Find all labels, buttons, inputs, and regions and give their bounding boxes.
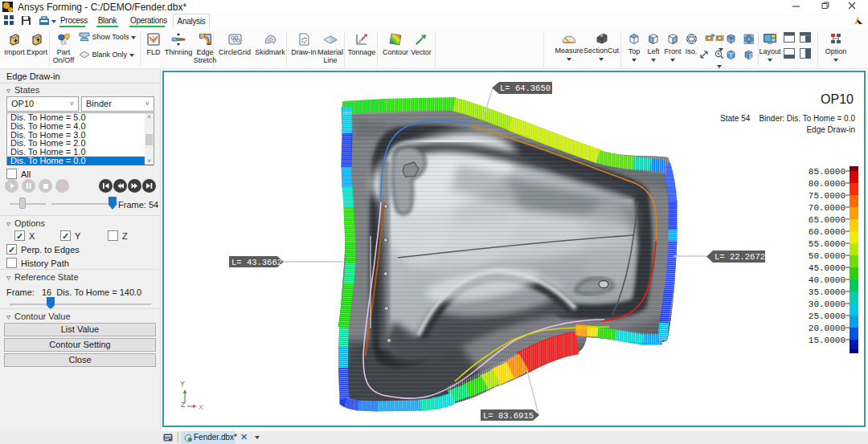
svg-text:55.0000: 55.0000 [809,239,845,249]
svg-text:L= 83.6915: L= 83.6915 [483,411,534,421]
svg-text:65.0000: 65.0000 [809,215,845,225]
svg-text:40.0000: 40.0000 [809,275,845,285]
svg-text:OP10: OP10 [821,92,854,106]
svg-text:State 54 Binder: Dis. To Ho: State 54 Binder: Dis. To Home = 0.0 [720,114,855,123]
svg-text:60.0000: 60.0000 [809,227,845,237]
svg-text:85.0000: 85.0000 [809,167,845,177]
svg-text:35.0000: 35.0000 [809,287,845,297]
svg-text:Y: Y [180,380,185,388]
svg-text:70.0000: 70.0000 [809,203,845,213]
svg-text:L= 43.3662: L= 43.3662 [231,258,282,267]
svg-text:30.0000: 30.0000 [809,299,845,309]
svg-text:75.0000: 75.0000 [809,191,845,201]
svg-text:L= 64.3650: L= 64.3650 [500,84,551,93]
svg-text:Edge Draw-in: Edge Draw-in [806,125,855,134]
svg-text:X: X [199,403,203,411]
svg-text:45.0000: 45.0000 [809,263,845,273]
svg-text:80.0000: 80.0000 [809,179,845,189]
svg-text:25.0000: 25.0000 [809,312,845,321]
svg-text:15.0000: 15.0000 [809,336,845,345]
svg-text:20.0000: 20.0000 [809,324,845,333]
svg-text:L= 22.2672: L= 22.2672 [714,252,765,262]
svg-text:50.0000: 50.0000 [809,251,845,261]
